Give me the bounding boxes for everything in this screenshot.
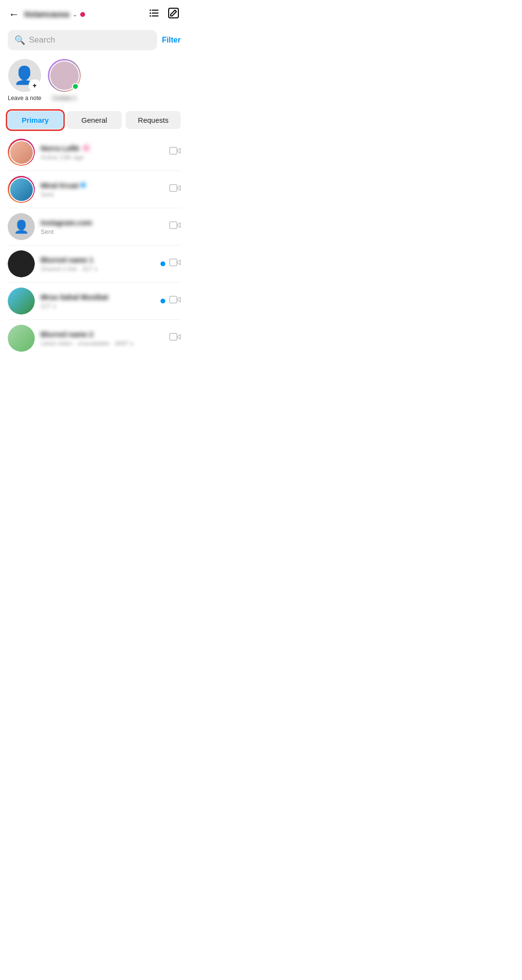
conversation-item[interactable]: Blurred name 2 Liked video · unavailable… <box>0 320 188 357</box>
username-text: itstancausa <box>24 10 70 19</box>
avatar-inner: 👤 <box>8 213 35 240</box>
svg-rect-10 <box>170 259 177 266</box>
convo-avatar <box>8 139 35 166</box>
tab-requests[interactable]: Requests <box>126 111 181 129</box>
unread-indicator <box>81 183 86 187</box>
convo-actions <box>169 145 181 159</box>
camera-icon[interactable] <box>169 331 181 346</box>
convo-info: Blurred name 1 Shared x link · 327 s <box>41 256 155 273</box>
username-area[interactable]: itstancausa ⌄ <box>24 10 85 19</box>
svg-rect-9 <box>170 222 177 229</box>
filter-button[interactable]: Filter <box>162 36 181 44</box>
avatar-inner <box>9 177 34 202</box>
convo-actions <box>169 331 181 346</box>
own-story-avatar: 👤 + <box>8 59 41 92</box>
convo-avatar <box>8 288 35 315</box>
tab-general[interactable]: General <box>67 111 122 129</box>
conversation-item[interactable]: Blurred name 1 Shared x link · 327 s <box>0 245 188 282</box>
convo-preview: Sent <box>41 228 163 235</box>
svg-point-2 <box>150 13 151 14</box>
own-story-label: Leave a note <box>8 95 41 101</box>
avatar-inner <box>8 288 35 315</box>
convo-info: Miral Kruat Sent <box>41 181 163 198</box>
compose-icon[interactable] <box>167 7 180 22</box>
back-button[interactable]: ← <box>9 8 19 21</box>
avatar-inner <box>9 140 34 165</box>
convo-avatar: 👤 <box>8 213 35 240</box>
convo-name: Norra Lafib 🌸 <box>41 144 163 152</box>
chevron-down-icon: ⌄ <box>72 11 77 18</box>
unread-dot <box>160 299 165 303</box>
conversation-item[interactable]: Mrsa Sahal Musibat 227 s <box>0 283 188 319</box>
convo-actions <box>169 182 181 197</box>
convo-actions <box>160 257 181 271</box>
conversation-item[interactable]: Miral Kruat Sent <box>0 171 188 208</box>
menu-icon[interactable] <box>148 7 160 22</box>
conversation-item[interactable]: 👤 Instagram.com Sent <box>0 208 188 245</box>
svg-rect-12 <box>170 333 177 340</box>
conversation-list: Norra Lafib 🌸 Active 13th ago Miral Krua… <box>0 134 188 357</box>
convo-info: Instagram.com Sent <box>41 218 163 235</box>
convo-preview: Sent <box>41 191 163 198</box>
avatar-inner <box>8 325 35 352</box>
header-right <box>148 7 180 22</box>
camera-icon[interactable] <box>169 182 181 197</box>
search-icon: 🔍 <box>14 35 25 45</box>
contact1-story-avatar <box>48 59 81 92</box>
convo-name: Instagram.com <box>41 218 163 227</box>
convo-avatar <box>8 325 35 352</box>
svg-point-0 <box>150 10 151 11</box>
stories-row: 👤 + Leave a note Contact 1 <box>0 55 188 109</box>
svg-rect-11 <box>170 296 177 303</box>
camera-icon[interactable] <box>169 219 181 234</box>
contact1-story-label: Contact 1 <box>52 95 77 101</box>
camera-icon[interactable] <box>169 294 181 308</box>
search-placeholder-text: Search <box>29 35 55 45</box>
convo-info: Mrsa Sahal Musibat 227 s <box>41 293 155 310</box>
convo-name: Miral Kruat <box>41 181 163 189</box>
tab-primary[interactable]: Primary <box>8 111 63 129</box>
svg-point-4 <box>150 15 151 17</box>
online-indicator <box>72 83 79 90</box>
header: ← itstancausa ⌄ <box>0 0 188 27</box>
convo-info: Blurred name 2 Liked video · unavailable… <box>41 330 163 347</box>
convo-avatar <box>8 176 35 203</box>
camera-icon[interactable] <box>169 145 181 159</box>
conversation-item[interactable]: Norra Lafib 🌸 Active 13th ago <box>0 134 188 171</box>
unread-dot <box>160 261 165 266</box>
search-section: 🔍 Search Filter <box>0 27 188 55</box>
convo-avatar <box>8 250 35 277</box>
camera-icon[interactable] <box>169 257 181 271</box>
convo-preview: Liked video · unavailable · 3897 s <box>41 340 163 347</box>
convo-name: Mrsa Sahal Musibat <box>41 293 155 301</box>
svg-rect-6 <box>169 8 178 18</box>
tabs-row: Primary General Requests <box>0 109 188 134</box>
convo-preview: Shared x link · 327 s <box>41 265 155 273</box>
search-bar[interactable]: 🔍 Search <box>8 30 157 50</box>
avatar-inner <box>8 250 35 277</box>
story-item-own[interactable]: 👤 + Leave a note <box>8 59 41 101</box>
convo-preview: Active 13th ago <box>41 154 163 161</box>
convo-name: Blurred name 1 <box>41 256 155 264</box>
convo-preview: 227 s <box>41 303 155 310</box>
convo-info: Norra Lafib 🌸 Active 13th ago <box>41 144 163 161</box>
svg-rect-8 <box>170 185 177 191</box>
header-left: ← itstancausa ⌄ <box>9 8 85 21</box>
add-story-badge: + <box>29 80 40 91</box>
active-status-dot <box>80 12 85 17</box>
person-icon: 👤 <box>14 219 29 234</box>
convo-name: Blurred name 2 <box>41 330 163 338</box>
convo-actions <box>160 294 181 308</box>
story-item-contact1[interactable]: Contact 1 <box>48 59 81 101</box>
svg-rect-7 <box>170 147 177 154</box>
convo-actions <box>169 219 181 234</box>
